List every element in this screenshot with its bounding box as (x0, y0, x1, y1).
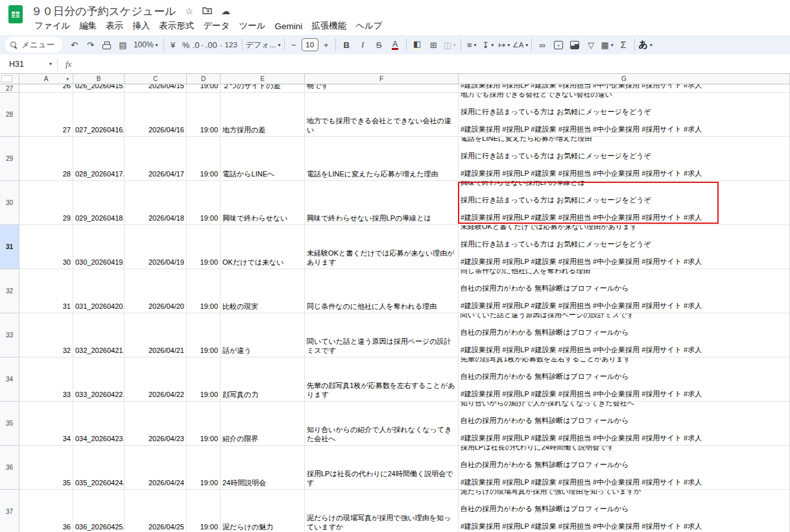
cell-g[interactable]: 地方でも採用できる会社とできない会社の違い 採用に行き詰まっている方は お気軽に… (459, 93, 790, 137)
font-size-input[interactable]: 10 (302, 38, 318, 51)
cell-e[interactable]: 電話からLINEへ (221, 137, 305, 181)
insert-comment-button[interactable]: + (551, 37, 567, 53)
cell-e[interactable]: 顔写真の力 (221, 357, 305, 402)
menu-item-ファイル[interactable]: ファイル (30, 19, 75, 33)
undo-button[interactable]: ↶ (66, 37, 82, 53)
menu-item-編集[interactable]: 編集 (75, 19, 101, 33)
cell-g[interactable]: 採用LPは社長の代わりに24時間働く説明会です 自社の採用力がわかる 無料診断は… (459, 446, 790, 490)
zoom-select[interactable]: 100%▾ (131, 37, 161, 53)
column-header-D[interactable]: D (187, 74, 221, 84)
cell-b[interactable]: 030_20260419.r (73, 225, 125, 269)
currency-format-button[interactable]: ¥ (167, 37, 180, 53)
bold-button[interactable]: B (339, 37, 355, 53)
cell-d[interactable]: 19:00 (187, 181, 221, 225)
cell-c[interactable]: 2026/04/17 (125, 137, 187, 181)
percent-format-button[interactable]: % (180, 37, 193, 53)
menu-item-データ[interactable]: データ (198, 19, 234, 33)
cell-a[interactable]: 34 (19, 402, 73, 446)
print-button[interactable] (99, 37, 115, 53)
cell-a[interactable]: 28 (19, 137, 73, 181)
cell-e[interactable]: 話が違う (221, 313, 305, 357)
cell-a[interactable]: 33 (19, 357, 73, 402)
cell-e[interactable]: ２つのサイトの差 (221, 84, 305, 93)
cell-b[interactable]: 033_20260422.r (73, 357, 125, 402)
cell-c[interactable]: 2026/04/25 (125, 490, 187, 532)
move-folder-icon[interactable] (202, 6, 212, 16)
name-box[interactable]: H31 ▾ (0, 60, 57, 69)
cell-b[interactable]: 032_20260421.r (73, 313, 125, 357)
row-header-28[interactable]: 28 (0, 93, 19, 137)
cell-g[interactable]: 未経験OKと書くだけでは応募が来ない理由があります 採用に行き詰まっている方は … (459, 225, 790, 269)
decrease-decimal-button[interactable]: .0← (193, 37, 206, 53)
cell-g[interactable]: 興味で終わらせない採用LPの導線とは 採用に行き詰まっている方は お気軽にメッセ… (459, 181, 790, 225)
cell-f[interactable]: 先輩の顔写真1枚が応募数を左右することがあります (305, 357, 459, 402)
redo-button[interactable]: ↷ (82, 37, 99, 53)
cell-d[interactable]: 19:00 (187, 137, 221, 181)
cell-g[interactable]: 電話をLINEに変えたら応募が増えた理由 採用に行き詰まっている方は お気軽にメ… (459, 137, 790, 181)
star-icon[interactable]: ☆ (185, 6, 193, 16)
cell-a[interactable]: 30 (19, 225, 73, 269)
cell-f[interactable]: 興味で終わらせない採用LPの導線とは (305, 181, 459, 225)
cell-e[interactable]: 興味で終わらせない (221, 181, 305, 225)
cell-f[interactable]: 未経験OKと書くだけでは応募が来ない理由があります (305, 225, 459, 269)
cell-b[interactable]: 031_20260420.r (73, 269, 125, 313)
cloud-status-icon[interactable]: ☁ (221, 6, 230, 16)
fill-color-button[interactable]: ◧ (409, 37, 425, 53)
column-header-A[interactable]: A▾ (19, 74, 73, 84)
cell-b[interactable]: 035_20260424.r (73, 446, 125, 490)
cell-g[interactable]: 聞いていた話と違う原因は採用ページの設計ミスです 自社の採用力がわかる 無料診断… (459, 313, 790, 357)
cell-d[interactable]: 19:00 (187, 225, 221, 269)
row-header-35[interactable]: 35 (0, 402, 19, 446)
text-rotate-button[interactable]: ∠A▾ (512, 37, 529, 53)
cell-b[interactable]: 027_20260416.r (73, 93, 125, 137)
cell-d[interactable]: 19:00 (187, 93, 221, 137)
column-dropdown-icon[interactable]: ▾ (66, 77, 69, 82)
cell-g[interactable]: 泥だらけの現場写真が採用で強い理由を知っていますか 自社の採用力がわかる 無料診… (459, 490, 790, 532)
cell-c[interactable]: 2026/04/19 (125, 225, 187, 269)
menu-item-ツール[interactable]: ツール (234, 19, 270, 33)
cell-f[interactable]: 知り合いからの紹介で人が採れなくなってきた会社へ (305, 402, 459, 446)
increase-decimal-button[interactable]: .00→ (206, 37, 223, 53)
cell-c[interactable]: 2026/04/15 (125, 84, 187, 93)
menu-item-挿入[interactable]: 挿入 (128, 19, 154, 33)
column-header-C[interactable]: C (125, 74, 187, 84)
cell-c[interactable]: 2026/04/21 (125, 313, 187, 357)
cell-c[interactable]: 2026/04/22 (125, 357, 187, 402)
cell-b[interactable]: 034_20260423.r (73, 402, 125, 446)
horizontal-align-button[interactable]: ≡▾ (464, 37, 480, 53)
vertical-align-button[interactable]: ↧▾ (480, 37, 496, 53)
cell-a[interactable]: 26 (19, 84, 73, 93)
text-wrap-button[interactable]: ↦▾ (496, 37, 512, 53)
menu-item-拡張機能[interactable]: 拡張機能 (307, 19, 351, 33)
cell-d[interactable]: 19:00 (187, 490, 221, 532)
cell-f[interactable]: 電話をLINEに変えたら応募が増えた理由 (305, 137, 459, 181)
cell-b[interactable]: 026_20260415.r (73, 84, 125, 93)
cell-b[interactable]: 029_20260418.r (73, 181, 125, 225)
insert-link-button[interactable]: ∞ (534, 37, 551, 53)
decrease-font-size-button[interactable]: − (287, 37, 300, 53)
cell-g[interactable]: 同じ条件なのに他社に人を奪われる理由 自社の採用力がわかる 無料診断はプロフィー… (459, 269, 790, 313)
menu-item-表示形式[interactable]: 表示形式 (154, 19, 198, 33)
cell-g[interactable]: 知り合いからの紹介で人が採れなくなってきた会社へ 自社の採用力がわかる 無料診断… (459, 402, 790, 446)
sheets-logo-icon[interactable] (6, 5, 25, 23)
paint-format-button[interactable]: ▤ (115, 37, 131, 53)
cell-e[interactable]: OKだけでは来ない (221, 225, 305, 269)
cell-e[interactable]: 紹介の限界 (221, 402, 305, 446)
cell-b[interactable]: 036_20260425.r (73, 490, 125, 532)
cell-c[interactable]: 2026/04/23 (125, 402, 187, 446)
cell-f[interactable]: 地方でも採用できる会社とできない会社の違い (305, 93, 459, 137)
text-color-button[interactable]: A (387, 37, 403, 53)
number-format-button[interactable]: 123 (223, 37, 239, 53)
row-header-33[interactable]: 33 (0, 313, 19, 357)
select-all-corner[interactable] (0, 74, 19, 84)
document-title[interactable]: ９０日分の予約スケジュール (31, 4, 176, 19)
strikethrough-button[interactable]: S (371, 37, 387, 53)
create-filter-button[interactable]: ▽ (583, 37, 599, 53)
cell-f[interactable]: 聞いていた話と違う原因は採用ページの設計ミスです (305, 313, 459, 357)
row-header-34[interactable]: 34 (0, 357, 19, 402)
cell-a[interactable]: 29 (19, 181, 73, 225)
cell-e[interactable]: 泥だらけの魅力 (221, 490, 305, 532)
cell-d[interactable]: 19:00 (187, 357, 221, 402)
menu-item-表示[interactable]: 表示 (101, 19, 128, 33)
cell-f[interactable]: 同じ条件なのに他社に人を奪われる理由 (305, 269, 459, 313)
